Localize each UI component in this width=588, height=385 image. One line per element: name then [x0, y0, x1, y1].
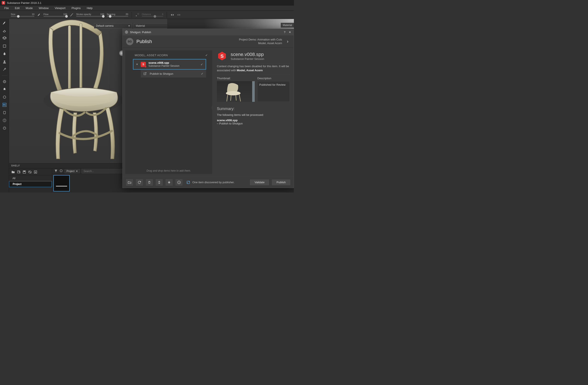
thumbnail-preview[interactable] — [217, 81, 255, 102]
sync-icon[interactable] — [2, 126, 7, 131]
tree-item-type: Substance Painter Session — [148, 64, 198, 68]
svg-rect-14 — [24, 171, 25, 172]
symmetry-settings-icon[interactable] — [177, 13, 181, 17]
context-note: Context changing has been disabled for t… — [217, 63, 290, 74]
summary-filename: scene.v008.spp — [217, 119, 290, 122]
dialog-header: SG Publish Project Demo: Animation with … — [123, 35, 294, 48]
collapse-button[interactable] — [165, 179, 173, 186]
flow-slider[interactable]: Flow100 — [43, 13, 67, 17]
save-icon[interactable] — [22, 170, 26, 174]
paint-tool-icon[interactable] — [2, 20, 7, 25]
lazy-mouse-icon[interactable] — [135, 13, 139, 17]
detail-filetype: Substance Painter Session — [231, 57, 264, 61]
shotgun-icon[interactable] — [2, 79, 7, 84]
shotgun-title-icon — [125, 30, 128, 34]
shotgun-badge-icon[interactable]: SG — [2, 118, 7, 123]
menu-viewport[interactable]: Viewport — [52, 6, 68, 10]
info-button[interactable]: ? — [175, 179, 183, 186]
opacity-label: Stroke opacity — [76, 13, 91, 16]
spacing-slider[interactable]: Spacing20 — [107, 13, 128, 17]
tree-item-scene[interactable]: ▼ S scene.v008.spp Substance Painter Ses… — [133, 59, 206, 69]
menu-window[interactable]: Window — [36, 6, 51, 10]
size-slider[interactable]: Size10 — [11, 13, 34, 17]
resources-updater-icon[interactable] — [2, 110, 7, 115]
clone-tool-icon[interactable] — [2, 59, 7, 64]
summary-action: – Publish to Shotgun — [217, 122, 290, 125]
menu-mode[interactable]: Mode — [23, 6, 35, 10]
menu-edit[interactable]: Edit — [12, 6, 22, 10]
substance-share-icon[interactable] — [2, 94, 7, 100]
distance-slider: Distance8 — [142, 13, 163, 17]
notifications-icon[interactable] — [2, 87, 7, 92]
visibility-icon[interactable] — [28, 170, 32, 174]
photoshop-export-icon[interactable]: Ps — [2, 102, 7, 108]
smudge-tool-icon[interactable] — [2, 51, 7, 56]
shelf-tab-project[interactable]: Project — [9, 181, 52, 187]
menu-plugins[interactable]: Plugins — [69, 6, 83, 10]
svg-text:?: ? — [178, 181, 180, 183]
import-icon[interactable] — [34, 170, 38, 174]
splitter-handle[interactable]: ⋮⋮ — [211, 107, 213, 109]
collection-icon[interactable] — [17, 170, 21, 174]
svg-point-5 — [3, 96, 6, 98]
shelf-thumbnail[interactable] — [53, 175, 70, 191]
validate-button[interactable]: Validate — [250, 179, 269, 186]
polygon-fill-icon[interactable] — [2, 44, 7, 49]
delete-button[interactable] — [146, 179, 153, 186]
expand-button[interactable] — [155, 179, 163, 186]
brush-tip-icon[interactable] — [37, 13, 41, 17]
status-icon — [186, 181, 190, 184]
app-title: Substance Painter 2018.3.1 — [7, 1, 41, 4]
caret-down-icon[interactable]: ▼ — [136, 63, 138, 66]
shelf-tab-all[interactable]: All — [9, 176, 52, 181]
projection-tool-icon[interactable] — [2, 36, 7, 41]
context-next-icon[interactable]: › — [285, 39, 290, 44]
channel-dropdown[interactable]: Material▾ — [134, 23, 167, 28]
publish-button[interactable]: Publish — [272, 179, 291, 186]
filter-tag-project[interactable]: Project✕ — [64, 169, 80, 173]
help-icon[interactable]: ? — [283, 30, 286, 34]
browse-button[interactable] — [126, 179, 133, 186]
2d-channel-chip[interactable]: Material — [281, 23, 294, 27]
chevron-down-icon: ▾ — [128, 24, 130, 27]
filter-icon[interactable] — [54, 169, 58, 173]
refresh-filter-icon[interactable] — [59, 169, 63, 173]
symmetry-icon[interactable] — [170, 13, 174, 17]
material-picker-icon[interactable] — [2, 67, 7, 72]
svg-rect-8 — [68, 25, 71, 90]
publish-dialog: Shotgun: Publish ? ✕ SG Publish Project … — [123, 29, 294, 188]
item-check-icon[interactable]: ✓ — [201, 63, 203, 66]
distance-value: 8 — [162, 13, 163, 16]
sg-badge-icon: SG — [126, 38, 133, 45]
close-icon[interactable]: ✕ — [288, 30, 292, 34]
left-tool-strip: Ps SG — [0, 19, 9, 192]
svg-rect-9 — [80, 23, 82, 90]
subitem-check-icon[interactable]: ✓ — [201, 72, 204, 75]
substance-large-icon: S — [217, 51, 227, 61]
camera-dropdown[interactable]: Default camera▾ — [94, 23, 132, 28]
description-input[interactable]: Published for Review — [257, 81, 290, 102]
brush-toolbar: Size10 Flow100 Stroke opacity100 Spacing… — [0, 11, 294, 19]
distance-label: Distance — [142, 13, 151, 16]
group-check-icon[interactable]: ✓ — [205, 53, 208, 57]
curve-icon[interactable] — [70, 13, 74, 17]
dialog-footer: ? One item discovered by publisher. Vali… — [123, 177, 294, 188]
dialog-window-title: Shotgun: Publish — [130, 31, 151, 34]
eraser-tool-icon[interactable] — [2, 28, 7, 33]
svg-point-21 — [226, 91, 241, 95]
opacity-slider[interactable]: Stroke opacity100 — [76, 13, 104, 17]
dialog-titlebar[interactable]: Shotgun: Publish ? ✕ — [123, 29, 294, 35]
size-label: Size — [11, 13, 15, 16]
tree-subitem-publish[interactable]: Publish to Shotgun ✓ — [141, 69, 206, 77]
svg-point-18 — [126, 32, 127, 32]
svg-point-17 — [125, 31, 128, 33]
refresh-button[interactable] — [136, 179, 143, 186]
menu-help[interactable]: Help — [84, 6, 95, 10]
svg-rect-3 — [3, 45, 6, 47]
menu-file[interactable]: File — [2, 6, 11, 10]
close-tag-icon[interactable]: ✕ — [76, 170, 78, 173]
title-bar: S Substance Painter 2018.3.1 — [0, 0, 294, 6]
folder-icon[interactable] — [11, 170, 15, 174]
svg-point-2 — [179, 14, 180, 15]
camera-dropdown-value: Default camera — [96, 24, 113, 27]
